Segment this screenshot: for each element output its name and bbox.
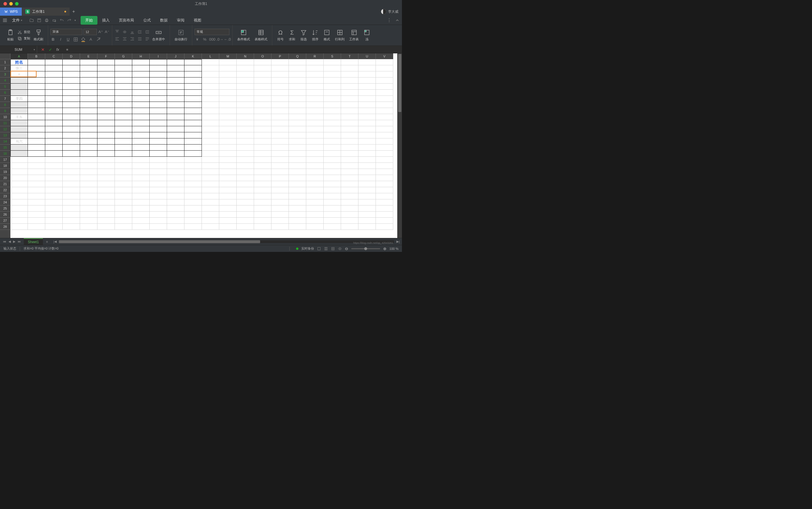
cell[interactable]: [271, 120, 289, 126]
cell[interactable]: [10, 132, 28, 138]
horizontal-scrollbar[interactable]: |◀ ▶|: [53, 240, 400, 243]
cell[interactable]: [98, 65, 115, 71]
cell[interactable]: [306, 144, 324, 150]
cell[interactable]: [45, 132, 63, 138]
cell[interactable]: [150, 59, 167, 65]
cell[interactable]: [376, 96, 393, 102]
cell[interactable]: [80, 218, 98, 224]
cell[interactable]: [63, 77, 80, 83]
live-backup-label[interactable]: 实时备份: [301, 246, 314, 251]
cell[interactable]: [237, 96, 254, 102]
cell[interactable]: [202, 65, 219, 71]
user-account[interactable]: 李大威: [381, 9, 399, 14]
cell[interactable]: [80, 65, 98, 71]
cell[interactable]: [28, 90, 45, 96]
cell[interactable]: [271, 169, 289, 175]
cell[interactable]: [28, 102, 45, 108]
cell[interactable]: [376, 138, 393, 144]
cell[interactable]: [10, 205, 28, 211]
cell[interactable]: [202, 96, 219, 102]
cell[interactable]: [115, 77, 132, 83]
cell[interactable]: [150, 96, 167, 102]
cell[interactable]: [341, 224, 359, 230]
row-header[interactable]: 11: [0, 120, 10, 126]
column-header[interactable]: V: [376, 54, 393, 59]
cell[interactable]: [167, 71, 184, 77]
cell[interactable]: [254, 199, 271, 205]
cell[interactable]: [289, 211, 306, 218]
cell[interactable]: [376, 199, 393, 205]
cell[interactable]: [45, 169, 63, 175]
cell[interactable]: 姓名: [10, 59, 28, 65]
freeze-button[interactable]: 冻: [361, 25, 373, 45]
cell[interactable]: [237, 132, 254, 138]
cell[interactable]: [115, 218, 132, 224]
cell[interactable]: [98, 126, 115, 132]
cell[interactable]: [271, 150, 289, 157]
cell[interactable]: [376, 157, 393, 163]
cell[interactable]: [376, 218, 393, 224]
cell[interactable]: [219, 181, 237, 187]
cell[interactable]: [45, 144, 63, 150]
row-header[interactable]: 15: [0, 144, 10, 150]
zoom-level[interactable]: 100 %: [390, 247, 399, 250]
cell[interactable]: [184, 144, 202, 150]
cell[interactable]: [341, 193, 359, 199]
cell[interactable]: [289, 108, 306, 114]
cell[interactable]: [45, 193, 63, 199]
cell[interactable]: [271, 126, 289, 132]
cell[interactable]: [28, 157, 45, 163]
cell[interactable]: [63, 65, 80, 71]
cell[interactable]: [28, 108, 45, 114]
cell[interactable]: [115, 224, 132, 230]
cell[interactable]: [80, 199, 98, 205]
cell[interactable]: [376, 211, 393, 218]
align-right-icon[interactable]: [130, 36, 135, 41]
cell[interactable]: [132, 114, 150, 120]
cell[interactable]: [289, 114, 306, 120]
row-header[interactable]: 1: [0, 59, 10, 65]
cell[interactable]: [271, 59, 289, 65]
cell[interactable]: [289, 132, 306, 138]
cell[interactable]: [167, 126, 184, 132]
cell[interactable]: [359, 114, 376, 120]
cell[interactable]: [28, 96, 45, 102]
cell[interactable]: [115, 132, 132, 138]
cell[interactable]: [202, 199, 219, 205]
hamburger-icon[interactable]: [2, 18, 7, 23]
cell[interactable]: [132, 71, 150, 77]
cell[interactable]: [306, 163, 324, 169]
cell[interactable]: [150, 102, 167, 108]
cell[interactable]: [306, 211, 324, 218]
cell[interactable]: [254, 71, 271, 77]
cell[interactable]: [150, 65, 167, 71]
cell[interactable]: [63, 108, 80, 114]
cell[interactable]: [132, 157, 150, 163]
cell[interactable]: [98, 193, 115, 199]
cell[interactable]: [341, 126, 359, 132]
cell[interactable]: [28, 187, 45, 193]
cell[interactable]: [359, 218, 376, 224]
window-close-icon[interactable]: [3, 2, 7, 5]
cell[interactable]: [115, 90, 132, 96]
cell[interactable]: [341, 90, 359, 96]
sum-button[interactable]: Σ求和: [286, 25, 298, 45]
cell[interactable]: [150, 114, 167, 120]
cell[interactable]: [324, 120, 341, 126]
cell[interactable]: [132, 205, 150, 211]
cell[interactable]: [359, 83, 376, 90]
cell[interactable]: [10, 193, 28, 199]
cell[interactable]: [28, 163, 45, 169]
cell[interactable]: [359, 224, 376, 230]
cell[interactable]: [202, 224, 219, 230]
filter-button[interactable]: 筛选: [298, 25, 309, 45]
cell[interactable]: [359, 102, 376, 108]
cell[interactable]: [115, 163, 132, 169]
cell[interactable]: [271, 90, 289, 96]
cell[interactable]: [219, 199, 237, 205]
cell[interactable]: [202, 175, 219, 181]
cell[interactable]: [10, 90, 28, 96]
cell[interactable]: [167, 96, 184, 102]
cell[interactable]: [341, 83, 359, 90]
ribbon-tab-0[interactable]: 开始: [81, 16, 98, 25]
